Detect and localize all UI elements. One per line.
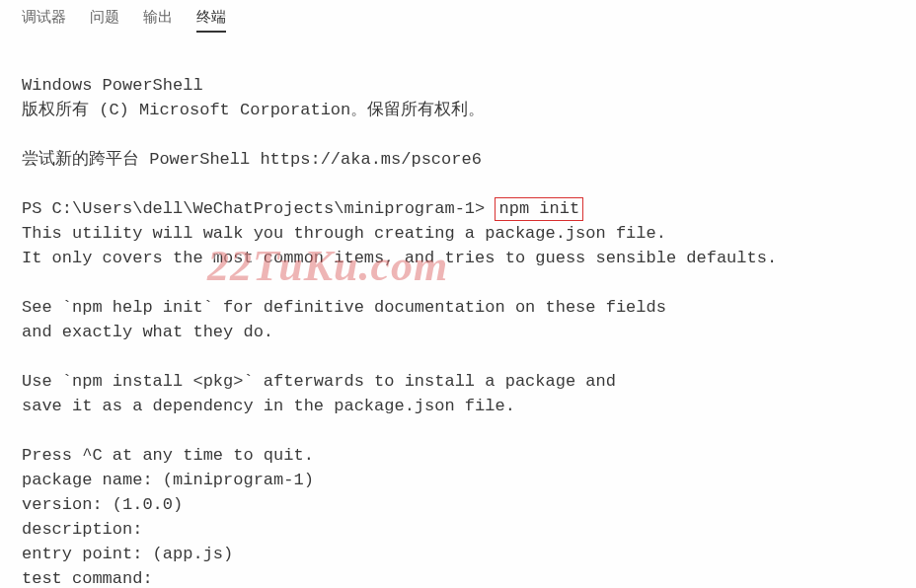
terminal-line: 版权所有 (C) Microsoft Corporation。保留所有权利。 [22,101,485,119]
terminal-line: It only covers the most common items, an… [22,249,777,267]
terminal-line: entry point: (app.js) [22,545,233,563]
terminal-line: This utility will walk you through creat… [22,224,666,243]
command-highlight: npm init [495,197,583,221]
tab-problems[interactable]: 问题 [90,8,119,33]
terminal-line: See `npm help init` for definitive docum… [22,298,666,317]
terminal-line: and exactly what they do. [22,323,273,341]
terminal-prompt: PS C:\Users\dell\WeChatProjects\miniprog… [22,199,495,218]
terminal-line: Windows PowerShell [22,76,203,95]
tabs-bar: 调试器 问题 输出 终端 [0,0,916,38]
terminal-line: version: (1.0.0) [22,495,183,514]
terminal-line: 尝试新的跨平台 PowerShell https://aka.ms/pscore… [22,150,482,169]
tab-debugger[interactable]: 调试器 [22,8,66,33]
terminal-line: description: [22,520,142,539]
terminal-line: test command: [22,569,153,588]
terminal-line: Press ^C at any time to quit. [22,446,314,465]
tab-terminal[interactable]: 终端 [196,8,226,33]
terminal-line: package name: (miniprogram-1) [22,471,314,489]
terminal-line: Use `npm install <pkg>` afterwards to in… [22,372,616,391]
tab-output[interactable]: 输出 [143,8,173,33]
terminal-line: save it as a dependency in the package.j… [22,397,515,415]
terminal-panel[interactable]: Windows PowerShell 版权所有 (C) Microsoft Co… [0,38,916,588]
